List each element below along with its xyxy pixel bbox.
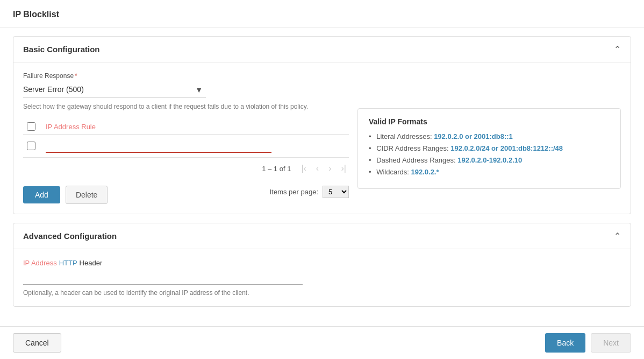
list-item: CIDR Address Ranges: 192.0.2.0/24 or 200… bbox=[369, 144, 610, 152]
action-buttons: Add Delete bbox=[23, 186, 108, 204]
basic-config-section: Basic Configuration ⌃ Failure Response* … bbox=[13, 36, 631, 214]
basic-config-header: Basic Configuration ⌃ bbox=[13, 37, 631, 62]
next-page-button[interactable]: › bbox=[326, 163, 334, 174]
last-page-button[interactable]: ›| bbox=[339, 163, 349, 174]
table-row bbox=[23, 135, 349, 158]
failure-response-field: Failure Response* Server Error (500) ▼ S… bbox=[23, 72, 621, 110]
advanced-config-section: Advanced Configuration ⌃ IP Address HTTP… bbox=[13, 223, 631, 307]
failure-response-description: Select how the gateway should respond to… bbox=[23, 103, 346, 110]
ip-rules-table: IP Address Rule bbox=[23, 110, 349, 204]
pagination-area: 1 – 1 of 1 |‹ ‹ › ›| bbox=[23, 163, 349, 174]
basic-lower-area: IP Address Rule bbox=[23, 110, 621, 204]
required-star: * bbox=[75, 72, 77, 80]
adv-description: Optionally, a header can be used to iden… bbox=[23, 289, 621, 297]
items-per-page-area: Items per page: 5 10 20 50 bbox=[270, 186, 349, 198]
list-item: Wildcards: 192.0.2.* bbox=[369, 168, 610, 176]
failure-response-select-wrapper[interactable]: Server Error (500) ▼ bbox=[23, 82, 206, 97]
items-per-page-label: Items per page: bbox=[270, 188, 318, 196]
http-header-input[interactable] bbox=[23, 271, 303, 285]
pagination-info: 1 – 1 of 1 bbox=[262, 165, 291, 173]
next-button[interactable]: Next bbox=[591, 333, 631, 353]
adv-header-label: IP Address HTTP Header bbox=[23, 259, 621, 267]
valid-ip-formats-card: Valid IP Formats Literal Addresses: 192.… bbox=[357, 108, 621, 189]
add-button[interactable]: Add bbox=[23, 186, 60, 203]
main-content: Basic Configuration ⌃ Failure Response* … bbox=[0, 27, 644, 326]
header-checkbox-cell[interactable] bbox=[23, 122, 39, 131]
cidr-value: 192.0.2.0/24 or 2001:db8:1212::/48 bbox=[450, 144, 563, 152]
delete-button[interactable]: Delete bbox=[66, 186, 108, 204]
failure-response-label: Failure Response* bbox=[23, 72, 621, 80]
dashed-label: Dashed Address Ranges: bbox=[376, 156, 457, 164]
list-item: Literal Addresses: 192.0.2.0 or 2001:db8… bbox=[369, 132, 610, 140]
row-checkbox-cell[interactable] bbox=[23, 142, 39, 150]
ip-address-input[interactable] bbox=[46, 139, 271, 153]
header-checkbox[interactable] bbox=[27, 122, 35, 131]
advanced-config-title: Advanced Configuration bbox=[23, 231, 117, 241]
http-text: HTTP bbox=[59, 259, 77, 267]
ip-address-text: IP Address bbox=[23, 259, 57, 267]
table-header-row: IP Address Rule bbox=[23, 119, 349, 135]
collapse-icon[interactable]: ⌃ bbox=[614, 44, 621, 54]
ip-input-cell[interactable] bbox=[46, 139, 349, 153]
literal-label: Literal Addresses: bbox=[376, 132, 434, 140]
wildcards-value: 192.0.2.* bbox=[411, 168, 439, 176]
page-title: IP Blocklist bbox=[0, 0, 644, 27]
dashed-value: 192.0.2.0-192.0.2.10 bbox=[457, 156, 522, 164]
page-wrapper: IP Blocklist Basic Configuration ⌃ Failu… bbox=[0, 0, 644, 359]
footer-bar: Cancel Back Next bbox=[0, 326, 644, 359]
advanced-config-body: IP Address HTTP Header Optionally, a hea… bbox=[13, 249, 631, 306]
failure-response-value[interactable]: Server Error (500) bbox=[23, 82, 206, 97]
wildcards-label: Wildcards: bbox=[376, 168, 411, 176]
valid-ip-list: Literal Addresses: 192.0.2.0 or 2001:db8… bbox=[369, 132, 610, 176]
cidr-label: CIDR Address Ranges: bbox=[376, 144, 450, 152]
cancel-button[interactable]: Cancel bbox=[13, 333, 61, 353]
list-item: Dashed Address Ranges: 192.0.2.0-192.0.2… bbox=[369, 156, 610, 164]
basic-config-title: Basic Configuration bbox=[23, 45, 100, 54]
adv-collapse-icon[interactable]: ⌃ bbox=[614, 231, 621, 241]
basic-config-body: Failure Response* Server Error (500) ▼ S… bbox=[13, 62, 631, 214]
ip-address-rule-label: IP Address Rule bbox=[46, 123, 96, 131]
advanced-config-header: Advanced Configuration ⌃ bbox=[13, 223, 631, 249]
back-button[interactable]: Back bbox=[545, 333, 585, 353]
literal-value: 192.0.2.0 or 2001:db8::1 bbox=[434, 132, 513, 140]
prev-page-button[interactable]: ‹ bbox=[313, 163, 321, 174]
items-per-page-select[interactable]: 5 10 20 50 bbox=[323, 186, 349, 198]
header-text: Header bbox=[80, 259, 103, 267]
first-page-button[interactable]: |‹ bbox=[298, 163, 309, 174]
table-area: IP Address Rule bbox=[23, 119, 349, 158]
row-checkbox[interactable] bbox=[27, 142, 35, 150]
footer-right: Back Next bbox=[545, 333, 631, 353]
valid-ip-title: Valid IP Formats bbox=[369, 117, 610, 126]
